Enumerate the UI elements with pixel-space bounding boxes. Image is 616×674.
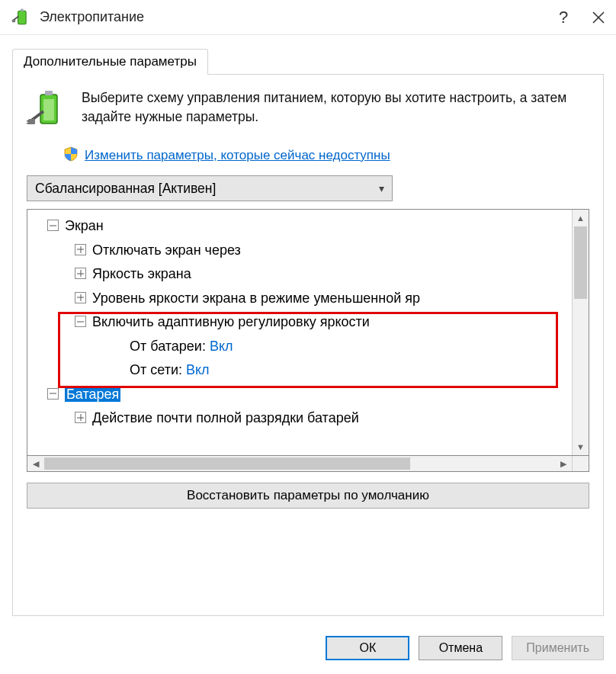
scroll-thumb-h[interactable] [44,457,410,470]
expand-icon[interactable] [75,412,86,423]
tree-value-on-battery[interactable]: От батареи: Вкл [34,335,569,359]
scroll-down-arrow[interactable]: ▼ [573,438,589,455]
collapse-icon[interactable] [47,220,59,231]
settings-tree: Экран Отключать экран через Яркость экра… [27,209,589,456]
chevron-down-icon: ▾ [379,182,384,194]
svg-rect-8 [28,119,35,124]
svg-rect-9 [27,120,29,122]
tree-value-plugged-in[interactable]: От сети: Вкл [34,358,569,383]
on-battery-value[interactable]: Вкл [210,339,233,354]
intro-text: Выберите схему управления питанием, кото… [82,88,589,131]
plugged-in-value[interactable]: Вкл [186,362,210,377]
horizontal-scrollbar[interactable]: ◀ ▶ [27,455,589,472]
expand-icon[interactable] [75,268,86,279]
expand-icon[interactable] [75,292,86,303]
apply-button[interactable]: Применить [512,636,604,660]
collapse-icon[interactable] [75,316,86,327]
shield-icon [63,146,79,165]
svg-rect-1 [21,8,24,11]
change-unavailable-settings-link[interactable]: Изменить параметры, которые сейчас недос… [85,148,390,163]
tab-advanced[interactable]: Дополнительные параметры [12,49,208,75]
svg-rect-10 [27,123,29,124]
expand-icon[interactable] [75,244,86,255]
tree-item-brightness[interactable]: Яркость экрана [34,262,569,287]
svg-rect-6 [45,91,53,95]
ok-button[interactable]: ОК [326,636,409,660]
restore-defaults-button[interactable]: Восстановить параметры по умолчанию [27,483,589,509]
tree-item-screen[interactable]: Экран [34,214,569,239]
tree-item-critical-battery-action[interactable]: Действие почти полной разрядки батарей [34,406,569,431]
tree-item-dim-brightness[interactable]: Уровень яркости экрана в режиме уменьшен… [34,287,569,311]
svg-rect-7 [43,99,54,120]
scroll-left-arrow[interactable]: ◀ [27,456,44,471]
window-title: Электропитание [40,9,546,25]
titlebar: Электропитание ? [0,0,616,35]
tree-item-battery[interactable]: Батарея [34,383,569,407]
battery-plug-icon [11,7,32,28]
power-options-dialog: Электропитание ? Дополнительные параметр… [0,0,616,674]
scroll-track[interactable] [573,226,589,438]
power-plan-select[interactable]: Сбалансированная [Активен] ▾ [27,175,393,201]
selected-node: Батарея [65,387,120,402]
scroll-right-arrow[interactable]: ▶ [555,456,572,471]
battery-large-icon [27,88,69,131]
scrollbar-corner [572,456,589,471]
close-button[interactable] [581,0,616,35]
tree-viewport: Экран Отключать экран через Яркость экра… [27,210,572,455]
tree-item-turn-off-display[interactable]: Отключать экран через [34,239,569,263]
svg-rect-0 [18,11,27,24]
cancel-button[interactable]: Отмена [419,636,502,660]
svg-rect-2 [12,19,15,22]
scroll-track-h[interactable] [44,456,555,471]
vertical-scrollbar[interactable]: ▲ ▼ [572,210,589,455]
help-button[interactable]: ? [546,0,581,35]
collapse-icon[interactable] [47,388,59,400]
intro-row: Выберите схему управления питанием, кото… [27,88,589,131]
content-area: Дополнительные параметры Выберите схему … [0,35,616,625]
dialog-footer: ОК Отмена Применить [0,625,616,674]
scroll-thumb[interactable] [574,226,587,299]
power-plan-value: Сбалансированная [Активен] [35,181,216,197]
admin-link-row: Изменить параметры, которые сейчас недос… [63,146,589,165]
scroll-up-arrow[interactable]: ▲ [573,210,589,226]
tree-item-adaptive-brightness[interactable]: Включить адаптивную регулировку яркости [34,310,569,335]
tab-body: Выберите схему управления питанием, кото… [12,74,604,616]
tab-strip: Дополнительные параметры [12,49,604,75]
